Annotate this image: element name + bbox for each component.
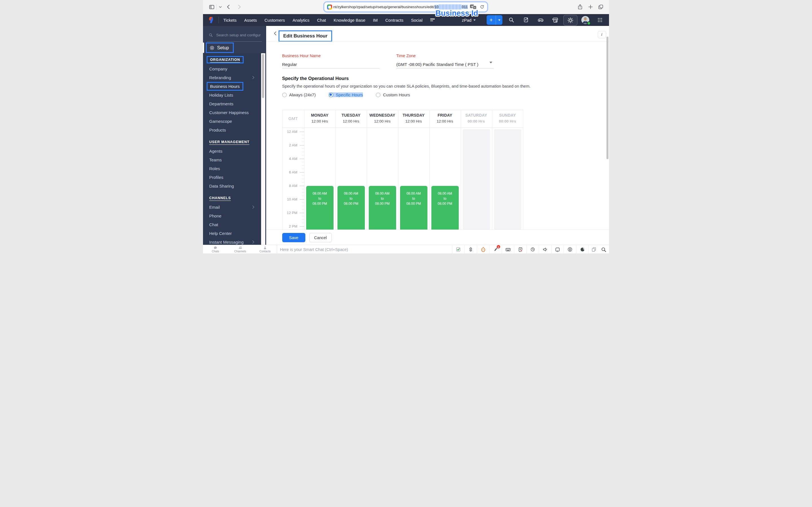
sidebar-toggle-icon[interactable] xyxy=(209,4,215,10)
accessibility-icon[interactable] xyxy=(564,245,576,253)
back-icon[interactable] xyxy=(273,31,278,36)
translate-icon[interactable]: Aa xyxy=(470,4,477,9)
smart-chat-input[interactable]: Here is your Smart Chat (Ctrl+Space) xyxy=(280,245,348,253)
sidebar-item-profiles[interactable]: Profiles xyxy=(203,173,261,182)
tab-channels[interactable]: Channels xyxy=(228,245,253,253)
keyboard-icon[interactable] xyxy=(502,245,514,253)
day-name: SATURDAY xyxy=(461,113,492,117)
radio-label: Custom Hours xyxy=(383,93,410,97)
sidebar-item-email[interactable]: Email xyxy=(203,203,261,212)
nav-item-customers[interactable]: Customers xyxy=(264,18,285,22)
nav-item-social[interactable]: Social xyxy=(411,18,423,22)
clock-icon[interactable] xyxy=(526,245,539,253)
day-hours: 12:00 Hrs xyxy=(429,119,461,123)
radio-custom-hours[interactable]: Custom Hours xyxy=(376,93,410,97)
tab-overview-icon[interactable] xyxy=(598,4,604,10)
nav-item-tickets[interactable]: Tickets xyxy=(223,18,237,22)
toolbar-divider xyxy=(216,4,216,10)
block-time-label: to xyxy=(400,196,427,201)
return-icon[interactable] xyxy=(551,245,564,253)
apps-grid-icon[interactable] xyxy=(597,17,603,23)
sidebar-item-label: Data Sharing xyxy=(209,184,234,188)
nav-item-assets[interactable]: Assets xyxy=(244,18,257,22)
nav-item-knowledge-base[interactable]: Knowledge Base xyxy=(334,18,365,22)
nav-item-chat[interactable]: Chat xyxy=(317,18,326,22)
sidebar-item-label: Roles xyxy=(209,166,220,171)
plus-icon[interactable]: + xyxy=(487,15,496,25)
sidebar-item-business-hours[interactable]: Business Hours xyxy=(203,82,261,91)
day-hours: 00:00 Hrs xyxy=(461,119,492,123)
sidebar-search[interactable] xyxy=(209,33,261,38)
layers-icon[interactable] xyxy=(464,245,477,253)
cancel-button[interactable]: Cancel xyxy=(309,233,332,242)
sidebar-item-help-center[interactable]: Help Center xyxy=(203,229,261,238)
sidebar-scrollbar-thumb[interactable] xyxy=(262,54,264,98)
sidebar-item-agents[interactable]: Agents xyxy=(203,147,261,156)
forward-icon xyxy=(236,4,242,10)
schedule-block-monday[interactable]: 08.00 AMto08.00 PM xyxy=(306,186,334,230)
time-label: 2 AM xyxy=(282,143,297,147)
axis-tick xyxy=(302,152,304,152)
announcement-icon[interactable] xyxy=(539,245,551,253)
signature-icon[interactable]: 1 xyxy=(489,245,502,253)
sidebar-item-departments[interactable]: Departments xyxy=(203,100,261,108)
zoho-desk-logo[interactable] xyxy=(207,16,215,24)
sidebar-item-products[interactable]: Products xyxy=(203,126,261,134)
nav-item-contracts[interactable]: Contracts xyxy=(385,18,403,22)
save-button[interactable]: Save xyxy=(282,233,305,242)
reload-icon[interactable] xyxy=(479,4,485,9)
tab-contacts[interactable]: Contacts xyxy=(253,245,277,253)
zoom-icon[interactable] xyxy=(599,245,608,253)
sidebar-item-instant-messaging[interactable]: Instant Messaging xyxy=(203,238,261,245)
feeds-icon[interactable] xyxy=(523,17,529,23)
radio-always-24x7-[interactable]: Always (24x7) xyxy=(282,93,316,97)
schedule-block-tuesday[interactable]: 08.00 AMto08.00 PM xyxy=(338,186,365,230)
axis-tick xyxy=(300,226,304,227)
new-tab-icon[interactable] xyxy=(588,4,594,10)
setup-nav-button[interactable] xyxy=(563,15,577,25)
share-icon[interactable] xyxy=(577,4,583,10)
nav-item-im[interactable]: IM xyxy=(373,18,378,22)
axis-tick xyxy=(302,162,304,162)
back-icon[interactable] xyxy=(225,4,232,10)
setup-search-input[interactable] xyxy=(216,33,261,38)
copy-icon[interactable] xyxy=(589,245,599,253)
notes-icon[interactable] xyxy=(514,245,526,253)
tasks-icon[interactable] xyxy=(452,245,464,253)
axis-tick xyxy=(300,131,304,132)
sidebar-item-phone[interactable]: Phone xyxy=(203,212,261,220)
sidebar-item-roles[interactable]: Roles xyxy=(203,164,261,173)
dark-mode-icon[interactable] xyxy=(576,245,589,253)
schedule-block-thursday[interactable]: 08.00 AMto08.00 PM xyxy=(400,186,427,230)
nav-more-icon[interactable] xyxy=(430,18,435,21)
global-search-icon[interactable] xyxy=(508,17,514,23)
sidebar-item-rebranding[interactable]: Rebranding xyxy=(203,73,261,82)
sidebar-item-holiday-lists[interactable]: Holiday Lists xyxy=(203,91,261,100)
sidebar-item-label: Instant Messaging xyxy=(209,240,244,244)
sidebar-item-company[interactable]: Company xyxy=(203,64,261,73)
radio-specific-hours[interactable]: Specific Hours xyxy=(329,93,363,97)
sidebar-item-customer-happiness[interactable]: Customer Happiness xyxy=(203,108,261,117)
add-menu-caret[interactable] xyxy=(496,15,502,25)
timezone-select[interactable]: (GMT -08:00) Pacific Standard Time ( PST… xyxy=(396,62,478,67)
statusbar-divider xyxy=(277,245,277,253)
info-button[interactable]: i xyxy=(598,31,606,38)
sidebar-setup-title[interactable]: Setup xyxy=(206,43,234,53)
page-scrollbar-thumb[interactable] xyxy=(606,37,608,159)
sidebar-item-teams[interactable]: Teams xyxy=(203,156,261,164)
schedule-block-wednesday[interactable]: 08.00 AMto08.00 PM xyxy=(369,186,396,230)
tab-chats[interactable]: Chats xyxy=(203,245,228,253)
chevron-down-icon[interactable] xyxy=(490,63,492,68)
schedule-grid[interactable]: GMTMONDAY12:00 Hrs08.00 AMto08.00 PMTUES… xyxy=(282,110,523,230)
add-button[interactable]: + xyxy=(487,15,502,25)
schedule-block-friday[interactable]: 08.00 AMto08.00 PM xyxy=(432,186,459,230)
gamescope-icon[interactable] xyxy=(538,17,544,23)
sidebar-item-gamescope[interactable]: Gamescope xyxy=(203,117,261,126)
zia-assistant-icon[interactable] xyxy=(477,245,489,253)
marketplace-icon[interactable] xyxy=(552,17,559,23)
nav-item-analytics[interactable]: Analytics xyxy=(293,18,310,22)
sidebar-item-chat[interactable]: Chat xyxy=(203,220,261,229)
sidebar-item-data-sharing[interactable]: Data Sharing xyxy=(203,182,261,190)
chevron-down-icon[interactable] xyxy=(218,5,222,9)
name-field-value[interactable]: Regular xyxy=(282,62,297,67)
